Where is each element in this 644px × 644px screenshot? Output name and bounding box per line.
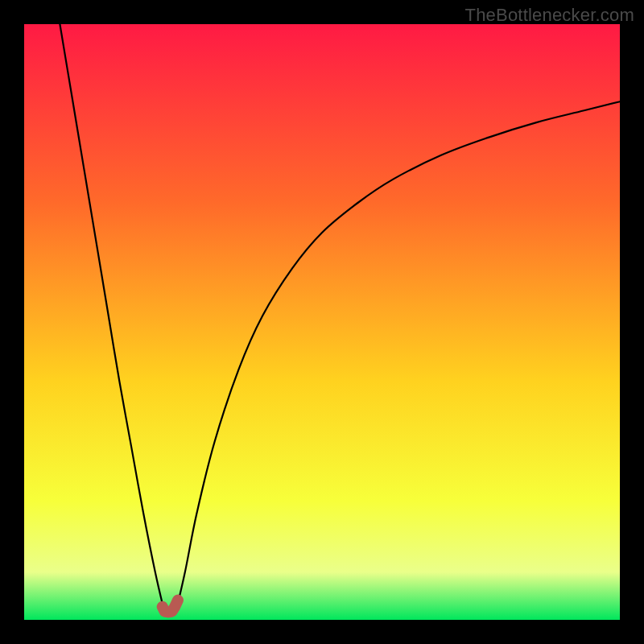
chart-frame: TheBottlenecker.com [0,0,644,644]
watermark-text: TheBottlenecker.com [465,5,634,26]
curve-segment [60,24,164,611]
notch-marker [163,601,178,613]
bottleneck-curve [24,24,620,620]
curve-segment [176,101,620,611]
plot-area [24,24,620,620]
